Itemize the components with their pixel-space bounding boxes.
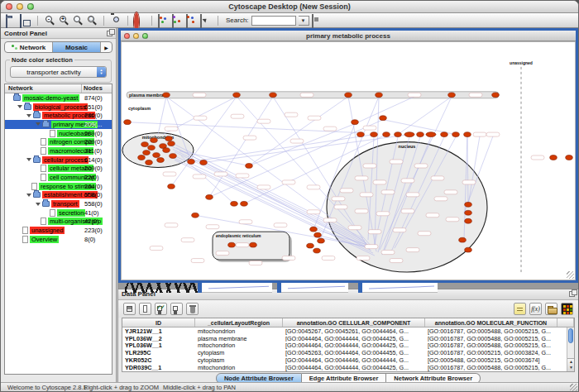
column-cellular-component[interactable]: annotation.GO CELLULAR_COMPONENT xyxy=(283,318,425,327)
table-cell[interactable]: [GO:0016787, GO:0005488, GO:0005215, G..… xyxy=(425,327,557,335)
zoom-in-icon[interactable]: + xyxy=(58,15,69,26)
expand-arrow-icon[interactable] xyxy=(36,122,41,126)
network-view-icon[interactable] xyxy=(158,15,170,26)
network-node[interactable] xyxy=(151,138,158,143)
background-window-fragment[interactable] xyxy=(358,283,438,293)
annotation-icon[interactable] xyxy=(200,15,212,26)
formula-builder-icon[interactable]: f(x) xyxy=(529,303,542,315)
network-node-label[interactable] xyxy=(274,223,287,227)
network-node-label[interactable] xyxy=(446,218,459,222)
table-row[interactable]: YLR295Ccytoplasm[GO:0045263, GO:0044464,… xyxy=(122,349,574,356)
network-node[interactable] xyxy=(168,141,175,146)
network-node-label[interactable] xyxy=(360,193,373,197)
tree-item[interactable]: unassigned223(0) xyxy=(5,226,112,235)
network-node-label[interactable] xyxy=(206,225,219,229)
tree-item[interactable]: nitrogen compo209(0) xyxy=(5,137,112,146)
network-node[interactable] xyxy=(246,164,253,169)
table-row[interactable]: YKR052Ccytoplasm[GO:0044464, GO:0044446,… xyxy=(122,356,574,364)
select-attributes-icon[interactable] xyxy=(155,303,167,315)
network-node-label[interactable] xyxy=(355,176,368,180)
network-node-label[interactable] xyxy=(300,93,313,97)
network-node[interactable] xyxy=(383,132,390,137)
network-node[interactable] xyxy=(163,148,170,153)
network-node-label[interactable] xyxy=(257,119,270,123)
network-node-label[interactable] xyxy=(365,245,378,249)
network-node-label[interactable] xyxy=(486,132,500,136)
network-node-label[interactable] xyxy=(356,256,370,261)
table-row[interactable]: YPL036W__2plasma membrane[GO:0044464, GO… xyxy=(122,335,574,342)
network-node[interactable] xyxy=(318,238,325,243)
search-options-icon[interactable] xyxy=(312,15,323,26)
network-node-label[interactable] xyxy=(418,232,431,236)
window-resize-grip[interactable] xyxy=(567,271,574,279)
network-canvas-svg[interactable]: plasma membranecytoplasmmitochondrionnuc… xyxy=(122,42,575,280)
expand-arrow-icon[interactable] xyxy=(17,105,22,108)
column-id[interactable]: ID xyxy=(122,318,195,327)
network-node-label[interactable] xyxy=(243,136,256,140)
table-cell[interactable]: [GO:0016787, GO:0005488, GO:0005215, G..… xyxy=(425,364,557,371)
network-node[interactable] xyxy=(228,242,236,247)
network-node-label[interactable] xyxy=(408,93,421,97)
network-node[interactable] xyxy=(163,93,170,98)
network-node[interactable] xyxy=(371,132,378,137)
network-node[interactable] xyxy=(250,242,257,247)
network-node[interactable] xyxy=(314,232,322,237)
open-file-icon[interactable] xyxy=(6,15,17,26)
network-node[interactable] xyxy=(310,227,318,232)
network-window-titlebar[interactable]: primary metabolic process xyxy=(121,31,576,41)
tree-item[interactable]: nucleobase-209(0) xyxy=(5,129,112,138)
network-node[interactable] xyxy=(550,155,557,160)
save-session-icon[interactable] xyxy=(20,15,31,26)
network-node-label[interactable] xyxy=(393,228,406,232)
network-node[interactable] xyxy=(357,132,365,137)
network-node-label[interactable] xyxy=(334,205,347,209)
network-node-label[interactable] xyxy=(307,185,320,189)
network-node-label[interactable] xyxy=(434,197,447,201)
expand-arrow-icon[interactable] xyxy=(26,158,31,161)
network-node-label[interactable] xyxy=(381,190,395,194)
snapshot-camera-icon[interactable] xyxy=(110,15,122,26)
network-node[interactable] xyxy=(376,93,383,98)
network-node-label[interactable] xyxy=(348,226,361,230)
unselect-attributes-icon[interactable] xyxy=(170,303,183,315)
network-node-label[interactable] xyxy=(163,172,176,176)
network-node-label[interactable] xyxy=(363,126,376,130)
network-node[interactable] xyxy=(448,93,456,98)
table-cell[interactable]: plasma membrane xyxy=(195,335,283,342)
network-node[interactable] xyxy=(492,93,500,98)
network-node-label[interactable] xyxy=(193,93,206,97)
background-window-fragment[interactable] xyxy=(198,283,272,293)
network-node-label[interactable] xyxy=(249,261,262,265)
network-node-label[interactable] xyxy=(165,223,178,227)
zoom-out-icon[interactable]: - xyxy=(44,15,55,26)
network-node-label[interactable] xyxy=(340,189,353,193)
table-cell[interactable]: cytoplasm xyxy=(195,356,283,364)
tree-item[interactable]: metabolic process280(0) xyxy=(5,111,112,120)
window-resize-grip[interactable] xyxy=(570,384,577,391)
network-canvas[interactable]: plasma membranecytoplasmmitochondrionnuc… xyxy=(121,41,576,280)
tab-network[interactable]: Network xyxy=(5,42,53,52)
network-node-label[interactable] xyxy=(322,256,335,261)
network-node-label[interactable] xyxy=(426,213,439,218)
scrollbar-thumb[interactable] xyxy=(568,328,573,343)
network-node[interactable] xyxy=(465,210,472,215)
apply-layout-alt-icon[interactable] xyxy=(186,15,198,26)
tree-column-network[interactable]: Network xyxy=(5,84,82,93)
table-cell[interactable]: [GO:0044464, GO:0044444, GO:0044425, G..… xyxy=(283,335,425,342)
new-attribute-icon[interactable] xyxy=(139,303,151,315)
network-node[interactable] xyxy=(124,120,132,125)
network-node-label[interactable] xyxy=(431,176,444,180)
more-tabs-button[interactable]: ▶ xyxy=(101,42,112,52)
network-node[interactable] xyxy=(188,160,195,165)
network-node[interactable] xyxy=(426,132,436,137)
table-cell[interactable]: [GO:0016787, GO:0005215, GO:0003824, G..… xyxy=(425,349,557,356)
network-node[interactable] xyxy=(138,155,146,160)
network-node-label[interactable] xyxy=(194,116,207,120)
tree-item[interactable]: secretion41(0) xyxy=(5,208,112,218)
table-cell[interactable]: YLR295C xyxy=(122,349,195,356)
network-node-label[interactable] xyxy=(236,174,249,178)
tree-item[interactable]: multi-organism pro42(0) xyxy=(5,218,112,227)
network-node[interactable] xyxy=(459,237,467,242)
background-window-fragment[interactable] xyxy=(277,283,348,293)
network-node-label[interactable] xyxy=(368,230,381,234)
